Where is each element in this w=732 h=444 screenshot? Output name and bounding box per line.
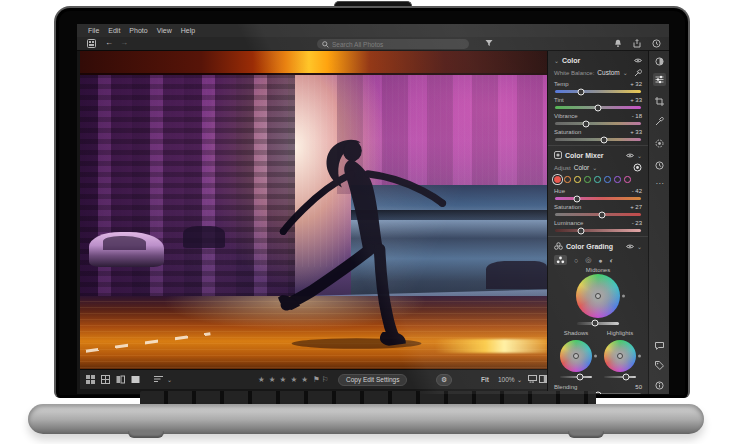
blending-row: Blending 50 (554, 383, 642, 391)
swatch-orange[interactable] (564, 176, 571, 183)
menu-view[interactable]: View (157, 27, 172, 34)
crop-icon[interactable] (653, 95, 666, 108)
hue-slider-knob[interactable] (574, 195, 581, 202)
highlights-luminance-knob[interactable] (622, 373, 629, 380)
saturation-slider[interactable] (555, 138, 641, 141)
notifications-bell-icon[interactable] (614, 39, 622, 48)
zoom-fit-label[interactable]: Fit (481, 376, 489, 383)
compare-view-icon[interactable] (116, 375, 125, 384)
flag-pick-reject[interactable]: ⚑ ⚐ (313, 375, 329, 384)
eye-icon[interactable] (626, 244, 634, 249)
laptop-foot (568, 431, 604, 438)
menu-edit[interactable]: Edit (108, 27, 120, 34)
forward-button[interactable]: → (120, 38, 128, 47)
swatch-blue[interactable] (604, 176, 611, 183)
search-input[interactable] (332, 41, 452, 48)
temp-slider-knob[interactable] (577, 88, 584, 95)
shadows-label: Shadows (554, 330, 598, 336)
filter-icon[interactable] (485, 39, 493, 47)
menu-file[interactable]: File (88, 27, 99, 34)
midtones-mode-icon[interactable]: ◎ (585, 256, 591, 264)
tint-label: Tint (554, 97, 564, 103)
three-way-mode-icon[interactable] (554, 255, 567, 265)
color-section-header[interactable]: ⌄ Color (554, 55, 642, 65)
sort-icon[interactable] (154, 375, 163, 383)
luminance-slider-knob[interactable] (577, 227, 584, 234)
highlights-mode-icon[interactable]: ● (598, 257, 602, 264)
presets-icon[interactable] (653, 55, 666, 68)
shadows-color-wheel[interactable] (560, 340, 592, 372)
swatch-yellow[interactable] (574, 176, 581, 183)
vibrance-slider[interactable] (555, 122, 641, 125)
highlights-luminance-slider[interactable] (604, 376, 636, 379)
star-rating[interactable]: ★ ★ ★ ★ ★ (258, 375, 309, 384)
adjust-value[interactable]: Color (574, 164, 590, 171)
swatch-green[interactable] (584, 176, 591, 183)
midtones-color-wheel[interactable] (576, 274, 620, 318)
top-toolbar: ← → (77, 37, 669, 51)
tint-slider-knob[interactable] (595, 104, 602, 111)
mixer-saturation-slider-knob[interactable] (599, 211, 606, 218)
temp-slider[interactable] (555, 90, 641, 93)
menu-help[interactable]: Help (181, 27, 195, 34)
mixer-saturation-slider[interactable] (555, 213, 641, 216)
cloud-sync-icon[interactable] (652, 39, 661, 48)
share-icon[interactable] (633, 39, 641, 48)
target-adjustment-icon[interactable] (633, 163, 642, 172)
more-options-icon[interactable]: ⋯ (653, 177, 666, 190)
hue-slider[interactable] (555, 197, 641, 200)
midtones-luminance-knob[interactable] (592, 320, 599, 327)
mixer-saturation-slider-row: Saturation+ 27 (554, 203, 642, 216)
zoom-value[interactable]: 100% (498, 376, 515, 383)
edit-sliders-icon[interactable] (653, 73, 666, 86)
chevron-down-icon: ⌄ (554, 57, 559, 64)
swatch-magenta[interactable] (624, 176, 631, 183)
eye-icon[interactable] (626, 153, 634, 158)
white-balance-value[interactable]: Custom (597, 69, 619, 76)
swatch-purple[interactable] (614, 176, 621, 183)
global-mode-icon[interactable]: ◐ (610, 257, 614, 264)
square-grid-view-icon[interactable] (101, 375, 110, 384)
panel-toggle-icon[interactable] (539, 375, 547, 383)
midtones-luminance-slider[interactable] (577, 322, 619, 325)
saturation-slider-knob[interactable] (601, 136, 608, 143)
chevron-down-icon: ⌄ (637, 152, 642, 159)
photo-canvas[interactable] (80, 51, 547, 369)
versions-clock-icon[interactable] (653, 159, 666, 172)
sort-chevron-icon[interactable]: ⌄ (167, 376, 172, 383)
masking-icon[interactable] (653, 137, 666, 150)
shadows-luminance-knob[interactable] (576, 373, 583, 380)
color-grading-header[interactable]: Color Grading ⌄ (554, 241, 642, 251)
copy-edit-settings-button[interactable]: Copy Edit Settings (338, 374, 407, 386)
photo-grid-icon[interactable] (87, 39, 96, 48)
filmstrip-toggle-icon[interactable] (528, 375, 537, 383)
swatch-aqua[interactable] (594, 176, 601, 183)
grid-view-icon[interactable] (86, 375, 95, 384)
hue-label: Hue (554, 188, 565, 194)
keywords-tag-icon[interactable] (653, 359, 666, 372)
tint-slider[interactable] (555, 106, 641, 109)
luminance-slider[interactable] (555, 229, 641, 232)
zoom-chevron-icon[interactable]: ⌄ (517, 376, 522, 383)
bottom-toolbar: ⌄ ★ ★ ★ ★ ★ ⚑ ⚐ Copy Edit Settings ⚙ Fit… (80, 369, 547, 389)
detail-view-icon[interactable] (131, 375, 140, 384)
edit-settings-gear-button[interactable]: ⚙ (436, 374, 452, 386)
search-bar[interactable] (317, 39, 469, 49)
info-icon[interactable] (653, 379, 666, 392)
back-button[interactable]: ← (105, 38, 113, 47)
eye-icon[interactable] (634, 58, 642, 63)
swatch-red[interactable] (554, 176, 561, 183)
vibrance-slider-knob[interactable] (582, 120, 589, 127)
shadows-mode-icon[interactable]: ○ (574, 257, 578, 264)
healing-brush-icon[interactable] (653, 115, 666, 128)
comments-icon[interactable] (653, 339, 666, 352)
color-mixer-icon (554, 151, 562, 159)
color-mixer-header[interactable]: Color Mixer ⌄ (554, 150, 642, 160)
hue-value: - 42 (632, 188, 642, 194)
eyedropper-icon[interactable] (634, 69, 642, 77)
shadows-luminance-slider[interactable] (560, 376, 592, 379)
highlights-color-wheel[interactable] (604, 340, 636, 372)
menu-photo[interactable]: Photo (129, 27, 147, 34)
luminance-label: Luminance (554, 220, 583, 226)
saturation-label: Saturation (554, 129, 581, 135)
